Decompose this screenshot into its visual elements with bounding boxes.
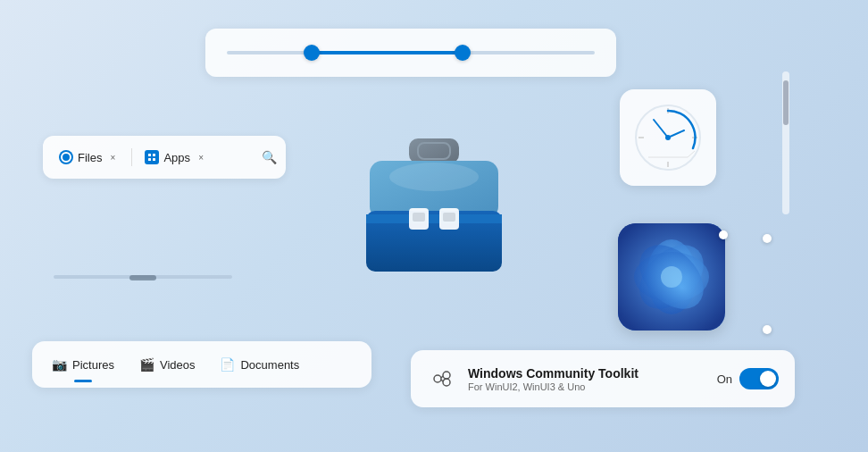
mini-slider-track	[54, 275, 232, 279]
svg-point-5	[665, 135, 671, 140]
toolkit-text: Windows Community Toolkit For WinUI2, Wi…	[468, 366, 705, 392]
briefcase-svg	[345, 125, 523, 286]
nav-tab-pictures-label: Pictures	[72, 358, 114, 372]
scrollbar-thumb[interactable]	[783, 80, 789, 125]
tab-bar: Files × Apps × 🔍	[43, 136, 286, 179]
nav-tab-videos[interactable]: 🎬 Videos	[127, 350, 208, 379]
svg-line-32	[441, 380, 443, 381]
svg-rect-20	[413, 213, 425, 222]
tab-files-close[interactable]: ×	[106, 151, 119, 163]
nav-tab-videos-label: Videos	[160, 358, 196, 372]
apps-icon	[145, 150, 159, 164]
toggle-knob	[760, 371, 776, 387]
files-icon	[59, 150, 73, 164]
svg-line-31	[441, 376, 443, 378]
mini-slider[interactable]	[54, 268, 232, 286]
toolkit-toggle-label: On	[717, 372, 732, 386]
svg-point-29	[443, 372, 450, 379]
clock-svg	[632, 102, 704, 173]
scrollbar[interactable]	[782, 71, 789, 214]
tab-apps-label: Apps	[163, 151, 190, 164]
clock-widget	[620, 89, 716, 186]
svg-rect-22	[443, 213, 455, 222]
mini-slider-thumb[interactable]	[129, 275, 156, 280]
toolkit-icon	[427, 364, 455, 393]
nav-tab-documents[interactable]: 📄 Documents	[207, 350, 312, 379]
toolkit-toggle-area: On	[717, 368, 779, 389]
svg-point-30	[443, 379, 450, 386]
toolkit-subtitle: For WinUI2, WinUI3 & Uno	[468, 381, 705, 392]
svg-rect-26	[148, 158, 151, 161]
toolkit-title: Windows Community Toolkit	[468, 366, 705, 381]
tab-search-icon[interactable]: 🔍	[262, 150, 277, 164]
nav-tab-documents-label: Documents	[240, 358, 299, 372]
slider-track	[227, 51, 595, 54]
svg-rect-25	[153, 154, 155, 156]
svg-rect-24	[148, 154, 151, 156]
videos-icon: 🎬	[139, 357, 154, 372]
briefcase-icon	[336, 116, 532, 295]
bloom-widget	[618, 223, 725, 331]
pictures-icon: 📷	[52, 357, 67, 372]
svg-point-13	[661, 266, 682, 288]
documents-icon: 📄	[220, 357, 235, 372]
tab-files[interactable]: Files ×	[52, 146, 126, 168]
tab-divider	[131, 148, 132, 166]
nav-tab-bar: 📷 Pictures 🎬 Videos 📄 Documents	[32, 341, 371, 388]
bloom-dot-br	[763, 325, 772, 334]
svg-point-23	[389, 163, 479, 191]
toolkit-card: Windows Community Toolkit For WinUI2, Wi…	[411, 350, 795, 407]
slider-thumb-left[interactable]	[304, 45, 320, 61]
bloom-dot-tr	[763, 234, 772, 243]
bloom-dot-tl	[719, 230, 728, 239]
slider-thumb-right[interactable]	[455, 45, 471, 61]
range-slider[interactable]	[205, 29, 616, 77]
bloom-svg	[618, 223, 725, 331]
toggle-switch[interactable]	[739, 368, 779, 389]
svg-rect-18	[366, 214, 502, 223]
slider-fill	[312, 51, 463, 54]
tab-apps-close[interactable]: ×	[195, 151, 207, 163]
svg-point-28	[434, 375, 441, 382]
tab-files-label: Files	[78, 151, 102, 164]
nav-tab-pictures[interactable]: 📷 Pictures	[39, 350, 127, 379]
tab-apps[interactable]: Apps ×	[138, 146, 214, 168]
svg-rect-27	[153, 158, 155, 161]
